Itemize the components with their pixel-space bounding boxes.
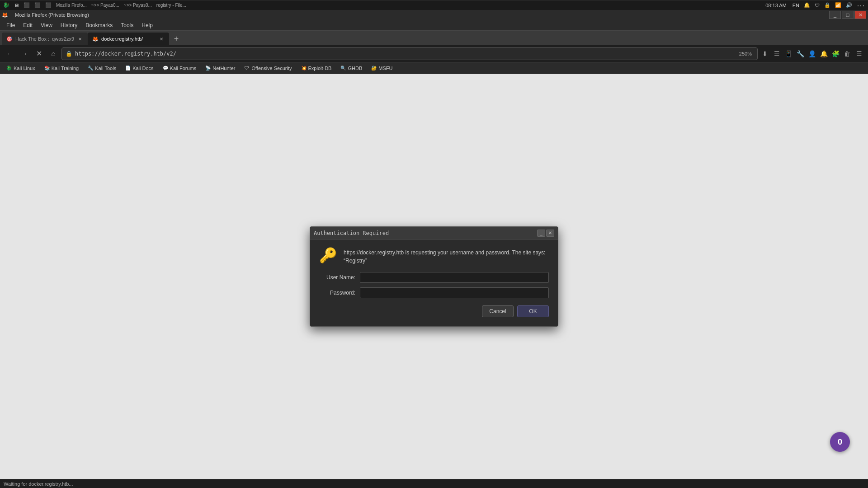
tab-close-1[interactable]: ✕: [77, 36, 83, 42]
sys-clock: 08:13 AM: [763, 3, 789, 8]
dialog-close-button[interactable]: ✕: [546, 230, 554, 237]
sys-icon-terminal[interactable]: ⬛: [22, 2, 31, 8]
dialog-titlebar: Authentication Required _ ✕: [310, 227, 558, 239]
downloads-button[interactable]: ⬇: [760, 48, 770, 59]
status-text: Waiting for docker.registry.htb...: [4, 481, 73, 487]
maximize-button[interactable]: □: [842, 11, 854, 19]
menu-history[interactable]: History: [57, 21, 81, 29]
bookmark-exploit-db-label: Exploit-DB: [308, 66, 332, 71]
tab-label-2: docker.registry.htb/: [101, 36, 143, 42]
reload-button[interactable]: ✕: [33, 47, 45, 60]
minimize-button[interactable]: _: [829, 11, 841, 19]
bookmark-msfu[interactable]: 🔐 MSFU: [368, 65, 396, 72]
synced-tabs-button[interactable]: 📱: [783, 48, 794, 59]
bookmark-kali-forums-label: Kali Forums: [170, 66, 197, 71]
sidebars-button[interactable]: ☰: [771, 48, 782, 59]
auth-dialog: Authentication Required _ ✕ 🔑 https://do…: [310, 226, 558, 327]
sys-icon-dragon[interactable]: 🐉: [2, 2, 11, 8]
bookmark-kali-docs-label: Kali Docs: [132, 66, 153, 71]
username-label: User Name:: [319, 274, 360, 281]
sys-notif-icon[interactable]: 🔔: [802, 2, 811, 8]
sys-icon-terminal2[interactable]: ⬛: [33, 2, 42, 8]
nethunter-icon: 📡: [205, 66, 211, 71]
bookmark-kali-training[interactable]: 📚 Kali Training: [41, 65, 83, 72]
sys-icon-terminal3[interactable]: ⬛: [44, 2, 53, 8]
window-controls: _ □ ✕: [829, 11, 866, 19]
menu-button[interactable]: ☰: [854, 48, 864, 59]
tab-favicon-2: 🦊: [92, 36, 99, 42]
sys-taskbar-label3[interactable]: ~>> Payas0...: [123, 3, 153, 8]
extensions-button[interactable]: 🧩: [830, 48, 841, 59]
ff-app-icon: 🦊: [2, 12, 8, 18]
close-button[interactable]: ✕: [854, 11, 866, 19]
bookmark-kali-docs[interactable]: 📄 Kali Docs: [122, 65, 157, 72]
sys-shield-icon[interactable]: 🛡: [813, 3, 821, 8]
sys-taskbar-label2[interactable]: ~>> Payas0...: [90, 3, 121, 8]
dialog-message-row: 🔑 https://docker.registry.htb is request…: [319, 247, 549, 265]
bookmark-ghdb[interactable]: 🔍 GHDB: [337, 65, 366, 72]
ff-titlebar: 🦊 Mozilla Firefox (Private Browsing) _ □…: [0, 10, 868, 20]
account-button[interactable]: 👤: [807, 48, 817, 59]
ok-button[interactable]: OK: [517, 305, 549, 317]
dialog-title: Authentication Required: [314, 230, 536, 236]
password-input[interactable]: [360, 287, 549, 298]
notification-badge[interactable]: 0: [830, 432, 850, 452]
notif-button[interactable]: 🔔: [818, 48, 829, 59]
sys-volume-icon[interactable]: 🔊: [844, 2, 854, 8]
zoom-level[interactable]: 250%: [737, 51, 754, 56]
address-input[interactable]: [75, 51, 735, 57]
password-row: Password:: [319, 287, 549, 298]
content-area: Authentication Required _ ✕ 🔑 https://do…: [0, 74, 868, 479]
menu-bookmarks[interactable]: Bookmarks: [82, 21, 116, 29]
back-button[interactable]: ←: [4, 47, 16, 60]
sys-more-icons[interactable]: ⋯: [855, 0, 866, 10]
menu-help[interactable]: Help: [138, 21, 156, 29]
key-icon: 🔑: [319, 247, 337, 264]
bookmark-exploit-db[interactable]: 💥 Exploit-DB: [297, 65, 335, 72]
sys-icon-desktop[interactable]: 🖥: [13, 3, 20, 8]
username-input[interactable]: [360, 272, 549, 283]
bookmark-nethunter[interactable]: 📡 NetHunter: [202, 65, 239, 72]
privacy-icon[interactable]: 🔧: [795, 48, 806, 59]
msfu-icon: 🔐: [371, 66, 377, 71]
address-bar-container: 🔒 250%: [61, 47, 758, 60]
trash-button[interactable]: 🗑: [842, 48, 853, 59]
forward-button[interactable]: →: [18, 47, 31, 60]
home-button[interactable]: ⌂: [47, 47, 60, 60]
bookmark-nethunter-label: NetHunter: [212, 66, 235, 71]
kali-training-icon: 📚: [44, 66, 50, 71]
bookmarks-bar: 🐉 Kali Linux 📚 Kali Training 🔧 Kali Tool…: [0, 62, 868, 74]
bookmark-kali-linux[interactable]: 🐉 Kali Linux: [3, 65, 39, 72]
new-tab-button[interactable]: +: [170, 33, 183, 45]
tab-hackthebox[interactable]: 🎯 Hack The Box :: qwas2zx9 ✕: [2, 33, 88, 45]
menu-edit[interactable]: Edit: [19, 21, 36, 29]
menu-file[interactable]: File: [3, 21, 19, 29]
tab-docker-registry[interactable]: 🦊 docker.registry.htb/ ✕: [88, 33, 169, 45]
sys-wifi-icon[interactable]: 📶: [834, 2, 843, 8]
dialog-buttons: Cancel OK: [319, 305, 549, 319]
bookmark-msfu-label: MSFU: [378, 66, 392, 71]
tabs-bar: 🎯 Hack The Box :: qwas2zx9 ✕ 🦊 docker.re…: [0, 31, 868, 45]
ff-title-text: Mozilla Firefox (Private Browsing): [11, 12, 828, 18]
status-bar: Waiting for docker.registry.htb...: [0, 479, 868, 488]
exploit-db-icon: 💥: [301, 66, 307, 71]
bookmark-kali-forums[interactable]: 💬 Kali Forums: [159, 65, 200, 72]
bookmark-kali-tools[interactable]: 🔧 Kali Tools: [84, 65, 120, 72]
notification-count: 0: [838, 437, 842, 447]
sys-taskbar-label4[interactable]: registry - File...: [155, 3, 188, 8]
lock-icon: 🔒: [66, 51, 72, 57]
dialog-message: https://docker.registry.htb is requestin…: [344, 247, 549, 265]
cancel-button[interactable]: Cancel: [482, 305, 514, 317]
tab-close-2[interactable]: ✕: [158, 36, 165, 42]
sys-lock-icon[interactable]: 🔒: [823, 2, 832, 8]
tab-favicon-1: 🎯: [6, 36, 13, 42]
dialog-minimize-button[interactable]: _: [537, 230, 545, 237]
kali-docs-icon: 📄: [125, 66, 131, 71]
menu-tools[interactable]: Tools: [117, 21, 137, 29]
dialog-content: 🔑 https://docker.registry.htb is request…: [310, 239, 558, 326]
menu-view[interactable]: View: [37, 21, 56, 29]
bookmark-offensive-security[interactable]: 🛡 Offensive Security: [241, 65, 295, 72]
sys-taskbar-label1[interactable]: Mozilla Firefo...: [55, 3, 88, 8]
kali-tools-icon: 🔧: [88, 66, 93, 71]
tab-label-1: Hack The Box :: qwas2zx9: [15, 36, 74, 42]
